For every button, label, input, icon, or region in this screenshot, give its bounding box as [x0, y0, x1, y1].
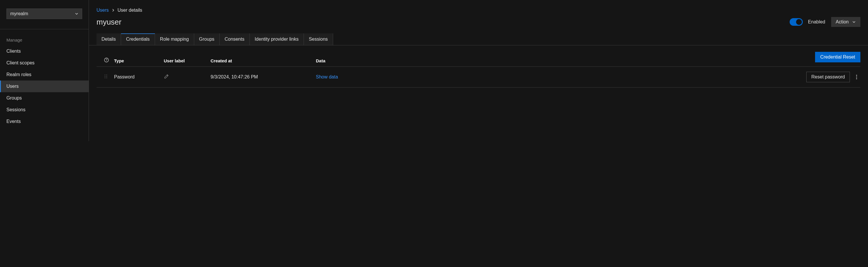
- tab-identity-provider-links[interactable]: Identity provider links: [250, 33, 304, 45]
- cell-user-label: [164, 74, 211, 80]
- sidebar-item-sessions[interactable]: Sessions: [0, 104, 89, 116]
- credentials-table: ? Type User label Created at Data: [96, 55, 860, 88]
- sidebar-item-users[interactable]: Users: [0, 81, 89, 92]
- col-created-at: Created at: [211, 58, 316, 63]
- drag-handle-cell: [96, 74, 114, 80]
- enabled-label: Enabled: [808, 19, 825, 25]
- page-header: myuser Enabled Action: [89, 13, 868, 33]
- cell-created-at: 9/3/2024, 10:47:26 PM: [211, 75, 316, 80]
- pencil-icon[interactable]: [164, 74, 169, 79]
- tab-consents[interactable]: Consents: [220, 33, 250, 45]
- sidebar-item-client-scopes[interactable]: Client scopes: [0, 57, 89, 69]
- caret-down-icon: [852, 20, 856, 24]
- enabled-toggle[interactable]: [789, 18, 803, 26]
- credential-reset-button[interactable]: Credential Reset: [815, 52, 860, 62]
- cell-type: Password: [114, 75, 164, 80]
- svg-point-10: [856, 78, 857, 79]
- sidebar-item-realm-roles[interactable]: Realm roles: [0, 69, 89, 81]
- enabled-toggle-wrap: Enabled: [789, 18, 825, 26]
- table-header-row: ? Type User label Created at Data: [96, 55, 860, 67]
- help-icon[interactable]: ?: [104, 58, 109, 62]
- realm-select[interactable]: myrealm: [6, 8, 82, 19]
- svg-text:?: ?: [105, 59, 107, 62]
- row-actions: Reset password: [389, 72, 860, 82]
- action-menu-button[interactable]: Action: [831, 17, 860, 27]
- svg-point-2: [105, 75, 105, 76]
- svg-point-8: [856, 75, 857, 76]
- tab-sessions[interactable]: Sessions: [304, 33, 333, 45]
- table-help-col: ?: [96, 58, 114, 63]
- action-menu-label: Action: [836, 19, 849, 25]
- toggle-knob: [796, 19, 802, 25]
- tab-groups[interactable]: Groups: [194, 33, 220, 45]
- svg-point-7: [106, 78, 107, 79]
- drag-handle-icon[interactable]: [104, 74, 107, 79]
- tab-role-mapping[interactable]: Role mapping: [155, 33, 194, 45]
- tab-details[interactable]: Details: [96, 33, 121, 45]
- sidebar-item-clients[interactable]: Clients: [0, 46, 89, 57]
- breadcrumb-users-link[interactable]: Users: [96, 8, 109, 13]
- svg-point-3: [106, 75, 107, 76]
- cell-data: Show data: [316, 75, 389, 80]
- sidebar-item-groups[interactable]: Groups: [0, 92, 89, 104]
- table-row: Password 9/3/2024, 10:47:26 PM Show data…: [96, 67, 860, 88]
- kebab-menu-icon[interactable]: [856, 75, 858, 80]
- breadcrumb: Users User details: [89, 1, 868, 13]
- breadcrumb-current: User details: [118, 8, 142, 13]
- caret-down-icon: [75, 12, 79, 16]
- realm-select-value: myrealm: [10, 11, 28, 17]
- svg-point-4: [105, 76, 105, 77]
- main-content: Users User details myuser Enabled Action…: [89, 0, 868, 141]
- tab-credentials[interactable]: Credentials: [121, 33, 155, 45]
- svg-point-6: [105, 78, 105, 79]
- chevron-right-icon: [112, 9, 115, 12]
- page-title: myuser: [96, 18, 121, 27]
- credentials-panel: Credential Reset ? Type User label Creat…: [89, 46, 868, 94]
- reset-password-button[interactable]: Reset password: [806, 72, 850, 82]
- col-data: Data: [316, 58, 389, 63]
- sidebar-item-events[interactable]: Events: [0, 116, 89, 127]
- svg-point-5: [106, 76, 107, 77]
- realm-select-wrap: myrealm: [0, 1, 89, 29]
- sidebar-section-label: Manage: [0, 29, 89, 46]
- col-user-label: User label: [164, 58, 211, 63]
- col-type: Type: [114, 58, 164, 63]
- tabs: Details Credentials Role mapping Groups …: [89, 33, 868, 46]
- sidebar: myrealm Manage Clients Client scopes Rea…: [0, 0, 89, 141]
- show-data-link[interactable]: Show data: [316, 75, 338, 79]
- svg-point-9: [856, 77, 857, 77]
- header-controls: Enabled Action: [789, 17, 860, 27]
